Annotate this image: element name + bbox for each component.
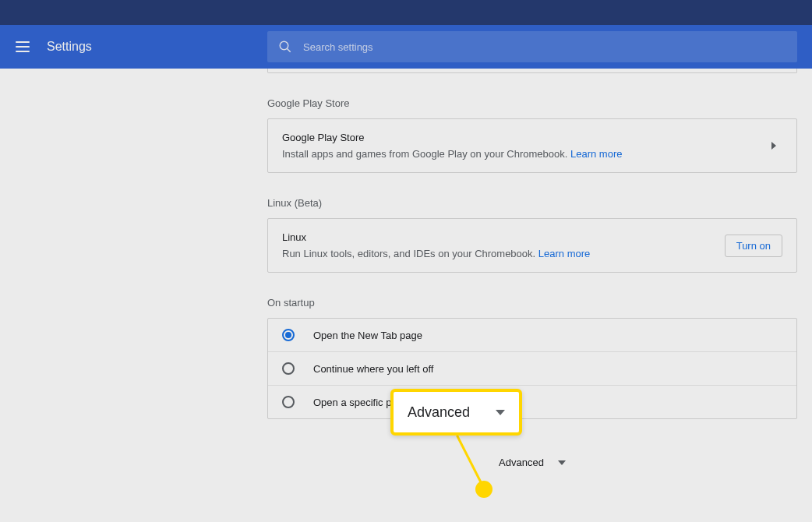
linux-turn-on-button[interactable]: Turn on [725,235,782,257]
svg-line-1 [287,48,291,52]
section-heading-linux: Linux (Beta) [267,197,797,209]
chevron-right-icon [771,142,776,150]
radio-icon[interactable] [282,362,295,375]
radio-icon[interactable] [282,329,295,341]
radio-label: Open a specific pa [313,397,397,408]
section-heading-startup: On startup [267,297,797,309]
search-icon [278,40,292,54]
linux-card: Linux Run Linux tools, editors, and IDEs… [267,218,797,273]
chevron-down-icon [558,460,566,465]
startup-option-new-tab[interactable]: Open the New Tab page [268,319,796,351]
radio-label: Open the New Tab page [313,330,422,341]
linux-learn-more-link[interactable]: Learn more [538,248,590,259]
linux-desc: Run Linux tools, editors, and IDEs on yo… [282,248,725,259]
search-box [267,31,797,62]
callout-dot [475,481,492,498]
google-play-title: Google Play Store [282,132,771,143]
section-heading-google-play: Google Play Store [267,97,797,109]
startup-option-continue[interactable]: Continue where you left off [268,351,796,385]
advanced-callout: Advanced [390,389,522,436]
page-title: Settings [47,40,92,54]
previous-card-edge [267,69,797,73]
callout-label: Advanced [408,404,496,421]
search-input[interactable] [303,41,786,53]
radio-icon[interactable] [282,396,295,408]
startup-card: Open the New Tab page Continue where you… [267,318,797,419]
linux-title: Linux [282,231,725,243]
google-play-card[interactable]: Google Play Store Install apps and games… [267,118,797,173]
svg-point-0 [280,41,288,50]
top-strip [0,0,812,25]
startup-option-specific-page[interactable]: Open a specific pa [268,385,796,418]
advanced-label: Advanced [499,457,544,468]
google-play-learn-more-link[interactable]: Learn more [570,148,622,160]
hamburger-menu-icon[interactable] [16,41,30,52]
radio-label: Continue where you left off [313,363,433,375]
google-play-desc: Install apps and games from Google Play … [282,148,771,160]
chevron-down-icon [496,410,505,415]
advanced-toggle[interactable]: Advanced [267,457,797,468]
